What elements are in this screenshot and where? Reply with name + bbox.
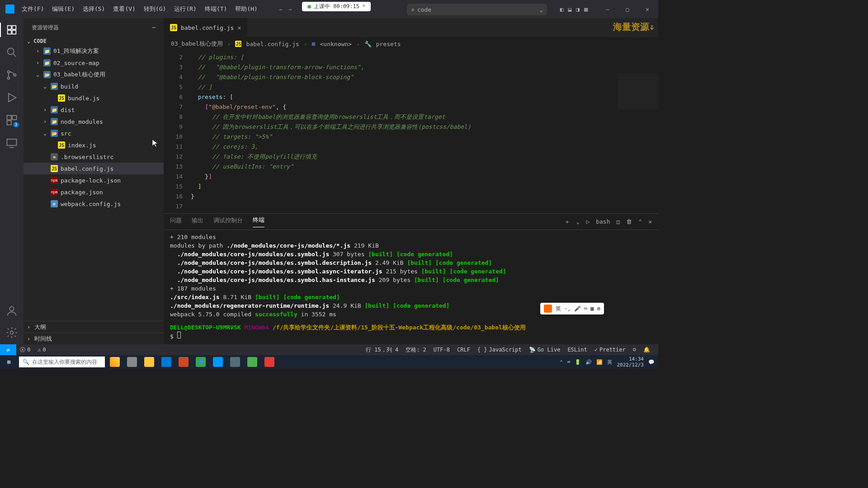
layout-custom-icon[interactable]: ▦ — [584, 6, 588, 13]
panel-tab-调试控制台[interactable]: 调试控制台 — [213, 216, 243, 227]
menu-转到(G)[interactable]: 转到(G) — [140, 3, 170, 15]
terminal-output[interactable]: + 210 modules modules by path ./node_mod… — [164, 230, 658, 344]
more-actions-icon[interactable]: ⋯ — [650, 24, 654, 31]
menu-帮助(H)[interactable]: 帮助(H) — [231, 3, 261, 15]
tree-item-webpack.config.js[interactable]: ⚙webpack.config.js — [24, 198, 164, 210]
errors-count[interactable]: ⓧ 0 — [16, 346, 34, 354]
remote-icon[interactable] — [5, 136, 18, 149]
tree-item-package-lock.json[interactable]: npmpackage-lock.json — [24, 174, 164, 186]
minimize-button[interactable]: — — [599, 6, 617, 13]
encoding[interactable]: UTF-8 — [430, 346, 453, 354]
recording-badge[interactable]: 上课中 00:09:15 ⌃ — [302, 2, 371, 11]
cursor-position[interactable]: 行 15，列 4 — [362, 346, 402, 354]
close-button[interactable]: ✕ — [638, 6, 656, 13]
tree-item-01_跨域解决方案[interactable]: ›📁01_跨域解决方案 — [24, 45, 164, 57]
tray-notification-icon[interactable]: 💬 — [648, 359, 655, 365]
menu-编辑(E)[interactable]: 编辑(E) — [48, 3, 78, 15]
eol[interactable]: CRLF — [453, 346, 474, 354]
timeline-section[interactable]: ›时间线 — [24, 333, 164, 344]
panel-tab-输出[interactable]: 输出 — [192, 216, 203, 227]
split-terminal-icon[interactable]: ▷ — [586, 218, 590, 225]
search-activity-icon[interactable] — [5, 46, 18, 59]
powerpoint-icon[interactable] — [175, 355, 192, 369]
tab-close-icon[interactable]: ✕ — [237, 24, 241, 31]
layout-left-icon[interactable]: ◧ — [560, 6, 564, 13]
menu-运行(R)[interactable]: 运行(R) — [170, 3, 200, 15]
outline-section[interactable]: ›大纲 — [24, 321, 164, 333]
tree-item-03_babel核心使用[interactable]: ⌄📂03_babel核心使用 — [24, 69, 164, 80]
edge-icon[interactable] — [158, 355, 175, 369]
tree-item-babel.config.js[interactable]: JSbabel.config.js — [24, 163, 164, 174]
scm-icon[interactable] — [5, 69, 18, 81]
new-terminal-icon[interactable]: ＋ — [564, 218, 570, 226]
terminal-dropdown-icon[interactable]: ⌄ — [576, 218, 580, 225]
tray-clock[interactable]: 14:342022/12/3 — [617, 356, 644, 368]
task-app-4[interactable] — [261, 355, 278, 369]
tray-chevron-icon[interactable]: ⌃ — [560, 359, 563, 365]
tray-ime-icon[interactable]: ⌨ — [567, 359, 571, 365]
debug-icon[interactable] — [5, 91, 18, 104]
account-icon[interactable] — [5, 305, 18, 317]
menu-查看(V)[interactable]: 查看(V) — [109, 3, 139, 15]
layout-bottom-icon[interactable]: ⬓ — [568, 6, 572, 13]
tray-wifi-icon[interactable]: 📶 — [596, 359, 603, 365]
notifications-icon[interactable]: 🔔 — [640, 346, 654, 354]
panel-tab-问题[interactable]: 问题 — [170, 216, 182, 227]
panel-tab-终端[interactable]: 终端 — [253, 216, 264, 227]
tree-item-02_source-map[interactable]: ›📁02_source-map — [24, 57, 164, 69]
chevron-down-icon[interactable]: ⌄ — [539, 6, 543, 13]
trash-icon[interactable]: 🗑 — [626, 218, 632, 225]
prettier-status[interactable]: ✓ Prettier — [591, 346, 629, 354]
workspace-root[interactable]: ⌄ CODE — [24, 37, 164, 45]
indent-setting[interactable]: 空格: 2 — [402, 346, 430, 354]
maximize-button[interactable]: ▢ — [618, 6, 637, 13]
start-button[interactable]: ⊞ — [0, 355, 18, 369]
go-live[interactable]: 📡 Go Live — [525, 346, 564, 354]
tree-item-bundle.js[interactable]: JSbundle.js — [24, 92, 164, 104]
breadcrumb[interactable]: 03_babel核心使用› JS babel.config.js› ⊞<unkn… — [164, 37, 658, 51]
code-editor[interactable]: 234567891011121314151617 // plugins: [ /… — [164, 51, 658, 213]
vscode-taskbar-icon[interactable] — [210, 355, 226, 369]
chevron-up-icon[interactable]: ⌃ — [362, 4, 365, 10]
tab-babel-config[interactable]: JS babel.config.js ✕ — [164, 18, 248, 37]
tray-lang-icon[interactable]: 英 — [607, 359, 612, 366]
tray-volume-icon[interactable]: 🔊 — [585, 359, 592, 365]
tray-battery-icon[interactable]: 🔋 — [575, 359, 581, 365]
command-center-search[interactable]: ⌕ code ⌄ — [407, 4, 547, 15]
nav-fwd-icon[interactable]: → — [288, 6, 292, 13]
tree-item-src[interactable]: ⌄📂src — [24, 127, 164, 139]
nav-back-icon[interactable]: ← — [279, 6, 283, 13]
tree-item-dist[interactable]: ›📁dist — [24, 104, 164, 116]
maximize-panel-icon[interactable]: ⌃ — [638, 218, 642, 225]
layout-right-icon[interactable]: ◨ — [576, 6, 580, 13]
chrome-icon[interactable] — [193, 355, 209, 369]
more-icon[interactable]: ⋯ — [152, 24, 156, 31]
menu-选择(S)[interactable]: 选择(S) — [79, 3, 108, 15]
explorer-icon[interactable] — [5, 23, 18, 36]
extensions-icon[interactable]: 3 — [5, 114, 18, 127]
warnings-count[interactable]: ⚠ 0 — [34, 347, 49, 353]
split-editor-icon[interactable]: ◫ — [642, 24, 646, 31]
minimap[interactable] — [618, 73, 658, 109]
task-app-3[interactable] — [244, 355, 260, 369]
tree-item-.browserslistrc[interactable]: ≡.browserslistrc — [24, 151, 164, 163]
tree-item-node_modules[interactable]: ›📁node_modules — [24, 116, 164, 127]
tree-item-package.json[interactable]: npmpackage.json — [24, 186, 164, 198]
task-app-1[interactable] — [107, 355, 123, 369]
feedback-icon[interactable]: ☺ — [629, 346, 640, 354]
menu-终端(T)[interactable]: 终端(T) — [201, 3, 231, 15]
file-explorer-icon[interactable] — [141, 355, 157, 369]
tree-item-index.js[interactable]: JSindex.js — [24, 139, 164, 151]
remote-indicator[interactable]: ⇄ — [0, 344, 16, 355]
tree-item-build[interactable]: ⌄📂build — [24, 80, 164, 92]
task-app-2[interactable] — [227, 355, 243, 369]
language-mode[interactable]: { } JavaScript — [474, 346, 525, 354]
eslint-status[interactable]: ESLint — [564, 346, 590, 354]
menu-文件(F)[interactable]: 文件(F) — [18, 3, 47, 15]
close-panel-icon[interactable]: ✕ — [648, 218, 652, 225]
panel-layout-icon[interactable]: ◫ — [617, 218, 620, 225]
ime-toolbar[interactable]: 英 ·, 🎤 ⌨ ▦ ⚙ — [540, 303, 604, 314]
windows-search[interactable]: 🔍 在这里输入你要搜索的内容 — [19, 357, 105, 367]
settings-gear-icon[interactable] — [5, 326, 18, 339]
task-view-icon[interactable] — [124, 355, 140, 369]
